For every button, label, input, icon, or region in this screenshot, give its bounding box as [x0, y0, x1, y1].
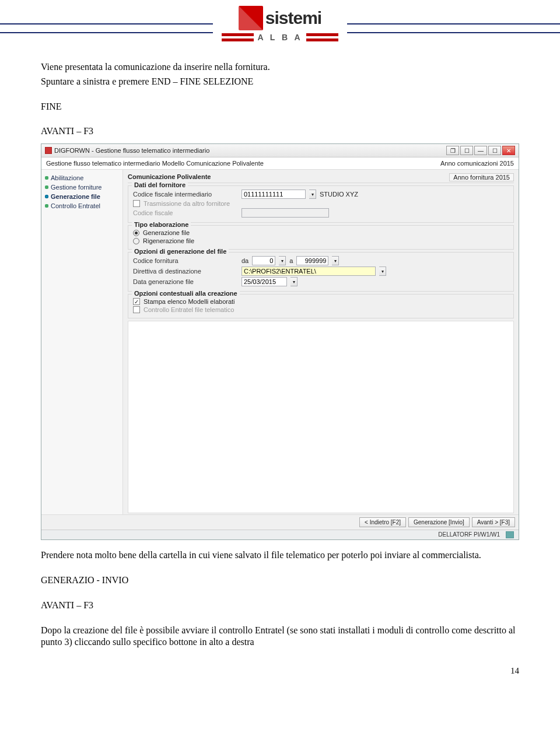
sidebar-item-generazione-file[interactable]: Generazione file: [44, 192, 120, 201]
logo-stripes-icon: [222, 33, 254, 41]
codice-fiscale-label: Codice fiscale: [133, 209, 238, 216]
group-opzioni-contestuali: Opzioni contestuali alla creazione ✓ Sta…: [128, 294, 514, 318]
blank-area: [128, 321, 514, 513]
group-dati-fornitore: Dati del fornitore Codice fiscale interm…: [128, 185, 514, 223]
avanti-button[interactable]: Avanti > [F3]: [472, 517, 515, 527]
paragraph: Viene presentata la comunicazione da ins…: [41, 61, 519, 73]
logo-brand-text: sistemi: [265, 8, 321, 28]
app-icon: [45, 147, 52, 154]
sidebar-item-abilitazione[interactable]: Abilitazione: [44, 173, 120, 183]
page-logo: sistemi A L B A: [213, 6, 347, 42]
paragraph: Spuntare a sinistra e premere END – FINE…: [41, 76, 519, 88]
window-title: DIGFORWN - Gestione flusso telematico in…: [54, 147, 209, 154]
cf-intermediario-desc: STUDIO XYZ: [320, 191, 358, 198]
restore-down-icon[interactable]: ❐: [446, 146, 459, 155]
dropdown-icon[interactable]: ▾: [279, 256, 286, 265]
direttiva-input[interactable]: [242, 267, 376, 276]
panel-title: Comunicazione Polivalente: [128, 173, 211, 181]
a-input[interactable]: [296, 256, 328, 265]
logo-stripes-icon: [306, 33, 338, 41]
codice-fornitura-label: Codice fornitura: [133, 257, 238, 264]
paragraph: AVANTI – F3: [41, 600, 519, 612]
logo-sub-text: A L B A: [257, 33, 302, 42]
page-number: 14: [41, 666, 519, 676]
dropdown-icon[interactable]: ▾: [309, 190, 316, 199]
group-tipo-elaborazione: Tipo elaborazione Generazione file Rigen…: [128, 225, 514, 250]
sidebar-item-controllo-entratel[interactable]: Controllo Entratel: [44, 201, 120, 211]
maximize2-icon[interactable]: ☐: [460, 146, 473, 155]
codice-fiscale-input: [242, 208, 329, 218]
controllo-entratel-checkbox: [133, 306, 140, 313]
data-generazione-input[interactable]: [242, 277, 287, 286]
subtitle-right: Anno comunicazioni 2015: [440, 160, 514, 167]
indietro-button[interactable]: < Indietro [F2]: [359, 517, 406, 527]
close-icon[interactable]: ✕: [502, 146, 515, 155]
sidebar: Abilitazione Gestione forniture Generazi…: [41, 170, 123, 514]
minimize-icon[interactable]: —: [474, 146, 487, 155]
cf-intermediario-label: Codice fiscale intermediario: [133, 191, 238, 198]
dropdown-icon[interactable]: ▾: [290, 277, 298, 286]
status-text: DELLATORF PI/W1/W1: [438, 531, 500, 538]
data-generazione-label: Data generazione file: [133, 278, 238, 285]
paragraph: FINE: [41, 101, 519, 113]
panel-year: Anno fornitura 2015: [449, 173, 514, 181]
logo-mark-icon: [239, 6, 263, 30]
stampa-elenco-checkbox[interactable]: ✓: [133, 298, 140, 305]
sidebar-item-gestione-forniture[interactable]: Gestione forniture: [44, 183, 120, 192]
generazione-button[interactable]: Generazione [Invio]: [408, 517, 470, 527]
paragraph: Dopo la creazione del file è possibile a…: [41, 625, 519, 649]
paragraph: Prendere nota molto bene della cartella …: [41, 549, 519, 562]
trasmissione-checkbox: [133, 200, 140, 207]
dropdown-icon[interactable]: ▾: [332, 256, 339, 265]
dropdown-icon[interactable]: ▾: [379, 267, 386, 276]
paragraph: AVANTI – F3: [41, 125, 519, 138]
radio-rigenerazione[interactable]: [133, 238, 139, 244]
direttiva-label: Direttiva di destinazione: [133, 268, 238, 275]
trasmissione-label: Trasmissione da altro fornitore: [144, 200, 230, 207]
group-opzioni-generazione: Opzioni di generazione del file Codice f…: [128, 252, 514, 292]
maximize-icon[interactable]: ☐: [488, 146, 501, 155]
subtitle-left: Gestione flusso telematico intermediario…: [46, 160, 264, 167]
radio-generazione[interactable]: [133, 230, 139, 236]
status-icon: [506, 531, 514, 538]
app-window: DIGFORWN - Gestione flusso telematico in…: [41, 143, 519, 540]
paragraph: GENERAZIO - INVIO: [41, 574, 519, 587]
cf-intermediario-input[interactable]: [242, 190, 306, 199]
da-input[interactable]: [252, 256, 275, 265]
